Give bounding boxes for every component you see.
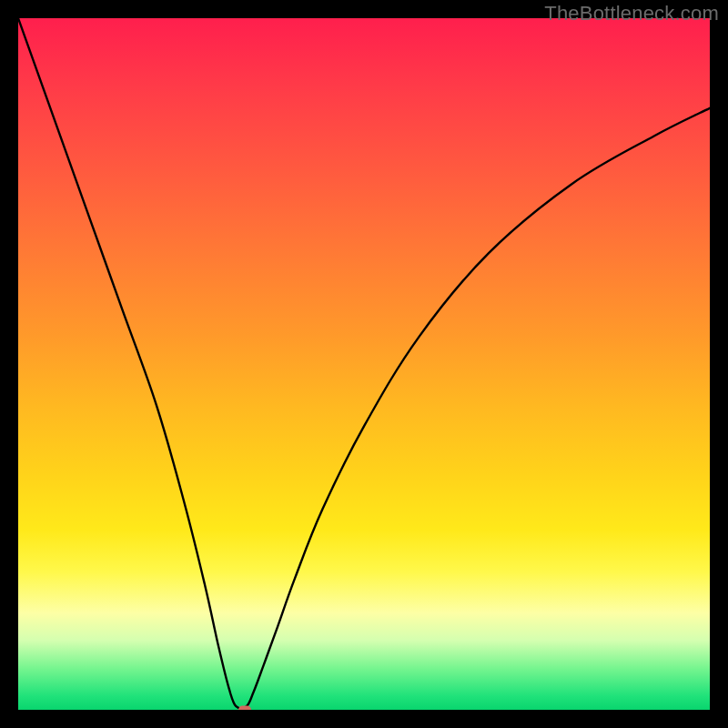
watermark-text: TheBottleneck.com: [544, 2, 719, 25]
chart-frame: TheBottleneck.com: [0, 0, 728, 728]
minimum-marker: [238, 706, 251, 711]
bottleneck-curve: [18, 18, 710, 710]
plot-area: [18, 18, 710, 710]
